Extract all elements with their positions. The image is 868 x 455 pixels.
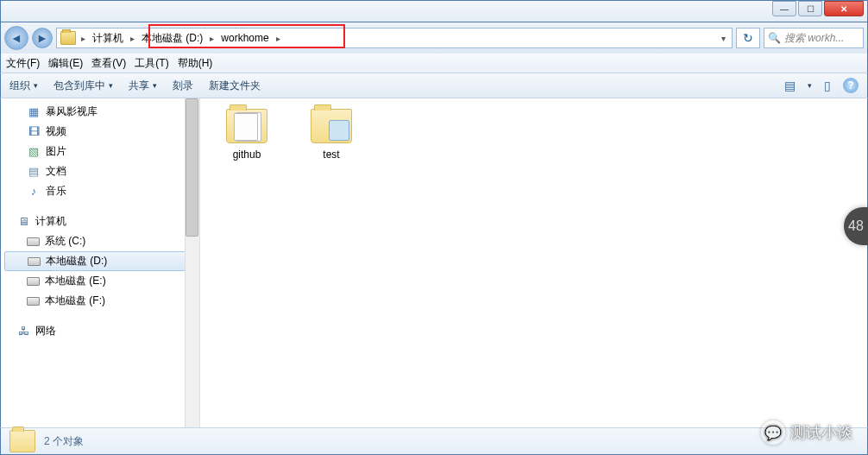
minimize-button[interactable]: —	[772, 1, 796, 16]
organize-button[interactable]: 组织▾	[9, 79, 38, 93]
breadcrumb-sep[interactable]: ▸	[79, 34, 87, 43]
maximize-button[interactable]: ☐	[798, 1, 822, 16]
folder-icon	[60, 31, 76, 45]
help-icon[interactable]: ?	[843, 78, 859, 93]
share-button[interactable]: 共享▾	[129, 79, 157, 93]
document-icon: ▤	[27, 165, 41, 179]
address-bar[interactable]: ▸ 计算机 ▸ 本地磁盘 (D:) ▸ workhome ▸ ▾	[56, 28, 733, 48]
folder-icon	[9, 430, 35, 452]
file-item-test[interactable]: test	[300, 109, 362, 161]
search-icon: 🔍	[768, 32, 781, 44]
chevron-down-icon: ▾	[34, 81, 38, 90]
menu-view[interactable]: 查看(V)	[91, 56, 126, 71]
chevron-down-icon: ▾	[153, 81, 157, 90]
chevron-down-icon[interactable]: ▾	[808, 81, 812, 90]
menu-edit[interactable]: 编辑(E)	[48, 56, 83, 71]
breadcrumb-computer[interactable]: 计算机	[87, 28, 129, 47]
sidebar-drive-f[interactable]: 本地磁盘 (F:)	[1, 291, 199, 311]
video-icon: 🎞	[27, 125, 41, 139]
file-label: github	[233, 149, 261, 161]
drive-icon	[28, 257, 41, 266]
menu-file[interactable]: 文件(F)	[6, 56, 40, 71]
newfolder-button[interactable]: 新建文件夹	[209, 79, 261, 93]
sidebar-drive-e[interactable]: 本地磁盘 (E:)	[1, 271, 199, 291]
breadcrumb-folder[interactable]: workhome	[216, 28, 274, 47]
forward-button[interactable]: ►	[32, 28, 53, 48]
view-options-icon[interactable]: ▤	[784, 79, 796, 92]
drive-icon	[27, 277, 40, 286]
sidebar-network[interactable]: 🖧网络	[1, 321, 199, 341]
drive-icon	[27, 237, 40, 246]
video-icon: ▦	[27, 105, 41, 119]
refresh-button[interactable]: ↻	[736, 28, 760, 48]
toolbar: 组织▾ 包含到库中▾ 共享▾ 刻录 新建文件夹 ▤ ▾ ▯ ?	[0, 73, 868, 98]
menu-tools[interactable]: 工具(T)	[135, 56, 168, 71]
menu-help[interactable]: 帮助(H)	[178, 56, 213, 71]
navbar: ◄ ► ▸ 计算机 ▸ 本地磁盘 (D:) ▸ workhome ▸ ▾ ↻ 🔍…	[0, 22, 868, 54]
file-item-github[interactable]: github	[216, 109, 278, 161]
address-dropdown-icon[interactable]: ▾	[714, 34, 732, 43]
watermark: 💬 测试小谈	[761, 420, 852, 445]
breadcrumb-drive[interactable]: 本地磁盘 (D:)	[136, 28, 208, 47]
preview-pane-icon[interactable]: ▯	[824, 79, 831, 92]
window-controls: — ☐ ✕	[769, 1, 867, 16]
sidebar-item-pictures[interactable]: ▧图片	[1, 142, 199, 161]
computer-icon: 🖥	[16, 215, 30, 229]
search-input[interactable]: 🔍 搜索 workh...	[764, 28, 864, 48]
chevron-down-icon: ▾	[109, 81, 113, 90]
file-label: test	[323, 149, 339, 161]
search-placeholder: 搜索 workh...	[784, 31, 844, 46]
breadcrumb-sep[interactable]: ▸	[274, 34, 282, 43]
picture-icon: ▧	[27, 145, 41, 159]
status-text: 2 个对象	[44, 434, 84, 449]
folder-icon	[311, 109, 352, 143]
network-icon: 🖧	[16, 325, 30, 338]
include-button[interactable]: 包含到库中▾	[53, 79, 113, 93]
titlebar: — ☐ ✕	[0, 0, 868, 22]
sidebar: ▦暴风影视库 🎞视频 ▧图片 ▤文档 ♪音乐 🖥计算机 系统 (C:) 本地磁盘…	[1, 98, 199, 427]
music-icon: ♪	[27, 185, 41, 199]
file-pane[interactable]: github test	[199, 98, 867, 427]
sidebar-computer[interactable]: 🖥计算机	[1, 212, 199, 231]
breadcrumb-sep[interactable]: ▸	[129, 34, 136, 43]
content-area: ▦暴风影视库 🎞视频 ▧图片 ▤文档 ♪音乐 🖥计算机 系统 (C:) 本地磁盘…	[0, 98, 868, 427]
watermark-text: 测试小谈	[790, 422, 852, 443]
sidebar-item-video[interactable]: 🎞视频	[1, 122, 199, 142]
close-button[interactable]: ✕	[824, 1, 864, 16]
sidebar-drive-c[interactable]: 系统 (C:)	[1, 231, 199, 251]
drive-icon	[27, 297, 40, 306]
sidebar-item-bf[interactable]: ▦暴风影视库	[1, 102, 199, 122]
breadcrumb-sep[interactable]: ▸	[208, 34, 216, 43]
back-button[interactable]: ◄	[4, 26, 28, 50]
folder-icon	[226, 109, 267, 143]
scrollbar[interactable]	[185, 98, 199, 427]
scrollbar-thumb[interactable]	[186, 98, 198, 237]
sidebar-item-music[interactable]: ♪音乐	[1, 181, 199, 201]
statusbar: 2 个对象	[0, 427, 868, 455]
menubar: 文件(F) 编辑(E) 查看(V) 工具(T) 帮助(H)	[0, 54, 868, 73]
chat-icon: 💬	[761, 420, 785, 445]
burn-button[interactable]: 刻录	[173, 79, 193, 93]
sidebar-drive-d[interactable]: 本地磁盘 (D:)	[4, 251, 196, 271]
sidebar-item-documents[interactable]: ▤文档	[1, 161, 199, 181]
